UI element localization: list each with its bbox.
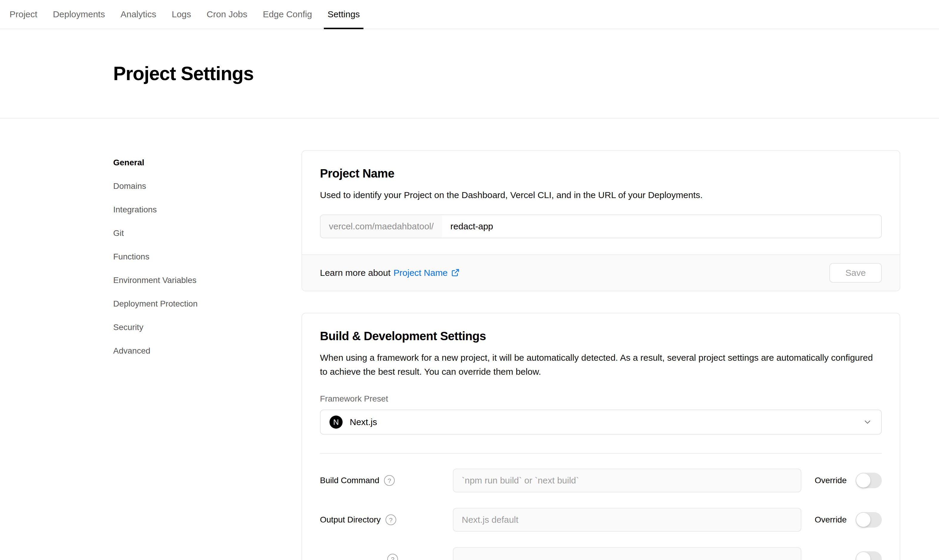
save-button[interactable]: Save — [830, 263, 882, 283]
project-name-input[interactable] — [442, 215, 881, 238]
tab-analytics[interactable]: Analytics — [120, 0, 156, 29]
partial-row-override — [847, 551, 882, 560]
sidebar-item-integrations[interactable]: Integrations — [113, 205, 302, 215]
project-tabs: Project Deployments Analytics Logs Cron … — [0, 0, 939, 29]
build-settings-card-title: Build & Development Settings — [320, 329, 882, 343]
sidebar-item-environment-variables[interactable]: Environment Variables — [113, 275, 302, 285]
chevron-down-icon — [863, 417, 872, 427]
output-directory-override: Override — [815, 512, 882, 528]
help-icon[interactable]: ? — [385, 514, 396, 525]
sidebar-item-git[interactable]: Git — [113, 228, 302, 238]
toggle-knob — [856, 473, 870, 488]
settings-content: Project Name Used to identify your Proje… — [302, 150, 900, 560]
project-name-docs-link-label: Project Name — [394, 268, 448, 278]
external-link-icon — [451, 268, 460, 277]
output-directory-label-text: Output Directory — [320, 515, 381, 525]
toggle-knob — [856, 552, 870, 560]
page-title: Project Settings — [113, 63, 254, 85]
tab-settings[interactable]: Settings — [327, 0, 360, 29]
nextjs-logo-icon: N — [329, 415, 343, 429]
partial-setting-row: ? — [320, 547, 882, 560]
tab-cron-jobs[interactable]: Cron Jobs — [207, 0, 248, 29]
partial-row-input[interactable] — [453, 547, 801, 560]
override-label: Override — [815, 515, 847, 525]
toggle-knob — [856, 512, 870, 527]
learn-more-text: Learn more about — [320, 268, 391, 278]
sidebar-item-domains[interactable]: Domains — [113, 181, 302, 191]
settings-sidebar: General Domains Integrations Git Functio… — [113, 150, 302, 560]
sidebar-item-general[interactable]: General — [113, 158, 302, 168]
partial-row-override-toggle[interactable] — [856, 551, 882, 560]
project-name-input-group: vercel.com/maedahbatool/ — [320, 214, 882, 238]
build-command-label-text: Build Command — [320, 476, 379, 485]
framework-preset-value: Next.js — [350, 417, 377, 427]
sidebar-item-advanced[interactable]: Advanced — [113, 346, 302, 356]
project-name-docs-link[interactable]: Project Name — [394, 268, 460, 278]
project-name-card-description: Used to identify your Project on the Das… — [320, 188, 882, 202]
sidebar-item-security[interactable]: Security — [113, 322, 302, 332]
build-command-override: Override — [815, 473, 882, 488]
project-name-card-title: Project Name — [320, 167, 882, 180]
framework-preset-select[interactable]: N Next.js — [320, 409, 882, 435]
sidebar-item-functions[interactable]: Functions — [113, 252, 302, 262]
learn-more-note: Learn more about Project Name — [320, 268, 460, 278]
framework-preset-label: Framework Preset — [320, 394, 882, 404]
build-settings-card: Build & Development Settings When using … — [302, 313, 900, 560]
sidebar-item-deployment-protection[interactable]: Deployment Protection — [113, 299, 302, 309]
output-directory-label: Output Directory ? — [320, 514, 453, 525]
build-command-row: Build Command ? Override — [320, 469, 882, 492]
tab-edge-config[interactable]: Edge Config — [263, 0, 312, 29]
output-directory-row: Output Directory ? Override — [320, 508, 882, 532]
output-directory-input[interactable] — [453, 508, 801, 532]
tab-deployments[interactable]: Deployments — [53, 0, 105, 29]
partial-row-label: ? — [320, 554, 453, 560]
output-directory-override-toggle[interactable] — [856, 512, 882, 528]
settings-layout: General Domains Integrations Git Functio… — [0, 118, 939, 560]
override-label: Override — [815, 476, 847, 485]
svg-text:N: N — [333, 418, 339, 426]
project-name-card-footer: Learn more about Project Name Save — [302, 254, 900, 291]
help-icon[interactable]: ? — [384, 475, 395, 486]
page-header: Project Settings — [0, 29, 939, 118]
tab-logs[interactable]: Logs — [172, 0, 191, 29]
project-name-card: Project Name Used to identify your Proje… — [302, 150, 900, 291]
build-command-input[interactable] — [453, 469, 801, 492]
tab-project[interactable]: Project — [9, 0, 37, 29]
build-command-override-toggle[interactable] — [856, 473, 882, 488]
section-divider — [320, 453, 882, 454]
project-name-url-prefix: vercel.com/maedahbatool/ — [320, 215, 442, 238]
build-settings-card-description: When using a framework for a new project… — [320, 351, 882, 378]
help-icon[interactable]: ? — [387, 554, 398, 560]
build-command-label: Build Command ? — [320, 475, 453, 486]
